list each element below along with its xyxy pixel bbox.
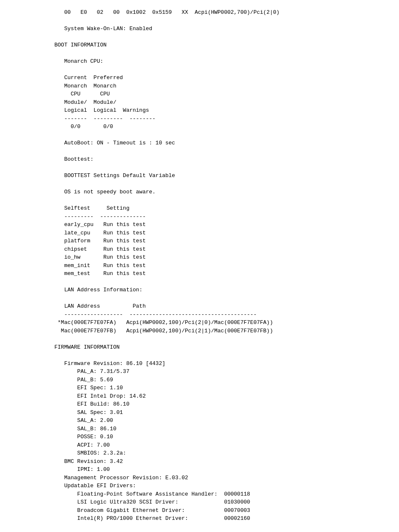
page-container: 00 E0 02 00 0x1002 0x5159 XX Acpi(HWP000… xyxy=(0,0,399,532)
content-area: 00 E0 02 00 0x1002 0x5159 XX Acpi(HWP000… xyxy=(0,8,399,532)
main-content: 00 E0 02 00 0x1002 0x5159 XX Acpi(HWP000… xyxy=(54,8,382,532)
